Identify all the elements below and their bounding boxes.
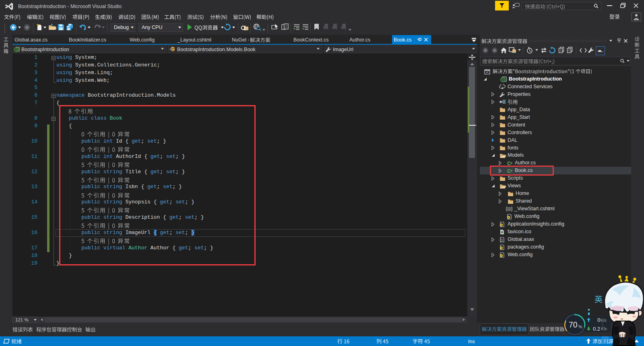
svg-text:70: 70 (569, 320, 578, 329)
svg-text:#: # (510, 160, 513, 165)
